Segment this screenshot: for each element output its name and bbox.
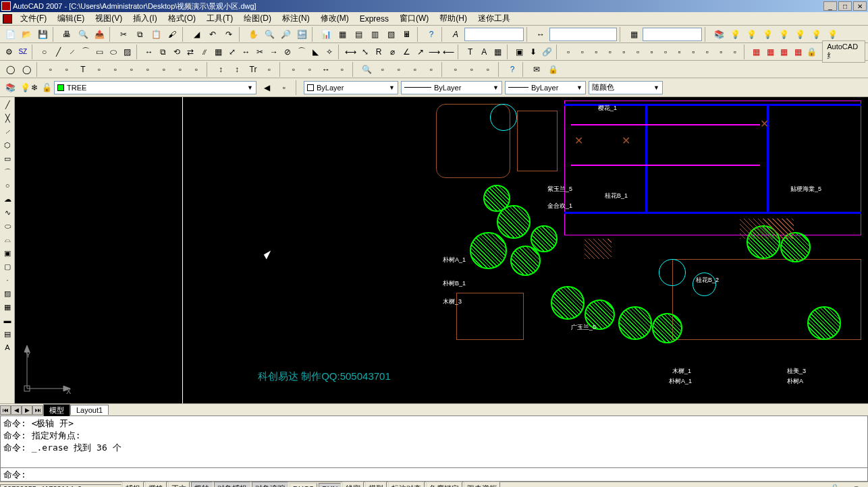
et4-icon[interactable]: ▫ [59, 62, 74, 77]
misc2-icon[interactable]: ▫ [576, 45, 589, 59]
misc7-icon[interactable]: ▫ [645, 45, 658, 59]
point-icon[interactable]: · [1, 274, 13, 286]
props-icon[interactable]: 📊 [319, 27, 333, 42]
et25-icon[interactable]: ▫ [424, 62, 439, 77]
design-center-icon[interactable]: ▦ [335, 27, 350, 42]
open-icon[interactable]: 📂 [19, 27, 34, 42]
plotstyle-dropdown[interactable]: 随颜色 ▼ [589, 81, 663, 94]
menu-window[interactable]: 窗口(W) [394, 11, 434, 26]
menu-file[interactable]: 文件(F) [15, 11, 52, 26]
polar-toggle[interactable]: 极轴 [191, 482, 213, 487]
arc-tool-icon[interactable]: ⌒ [80, 45, 92, 59]
command-input[interactable]: 命令: [0, 468, 868, 482]
et11-icon[interactable]: ▫ [173, 62, 188, 77]
et2-icon[interactable]: ◯ [19, 62, 34, 77]
ellipse-tool-icon[interactable]: ⬭ [107, 45, 120, 59]
linetype-dropdown[interactable]: ByLayer ▼ [401, 81, 502, 94]
bulb1-icon[interactable]: 💡 [728, 27, 742, 42]
makeblk-icon[interactable]: ▢ [1, 260, 13, 273]
lineweight-dropdown[interactable]: ByLayer ▼ [505, 81, 586, 94]
tray-chevron-icon[interactable]: ▾ [855, 484, 865, 488]
et12-icon[interactable]: ▫ [189, 62, 204, 77]
command-history[interactable]: 命令: <极轴 开> 命令: 指定对角点: 命令: _.erase 找到 36 … [0, 416, 868, 468]
circle-tool-icon[interactable]: ○ [38, 45, 51, 59]
close-button[interactable]: ✕ [853, 1, 867, 11]
polyline-icon[interactable]: ⟋ [1, 125, 13, 138]
et26-icon[interactable]: ▫ [448, 62, 463, 77]
scale-icon[interactable]: ⤢ [226, 45, 239, 59]
tab-model[interactable]: 模型 [43, 404, 70, 416]
ellipse-icon[interactable]: ⬭ [1, 220, 13, 232]
misc9-icon[interactable]: ▫ [673, 45, 686, 59]
et14-icon[interactable]: ↕ [229, 62, 244, 77]
et17-icon[interactable]: ▫ [286, 62, 301, 77]
ellipsearc-icon[interactable]: ⌓ [1, 233, 13, 246]
mirror-icon[interactable]: ⇄ [184, 45, 197, 59]
calc-icon[interactable]: 🖩 [400, 27, 414, 42]
bulb3-icon[interactable]: 💡 [760, 27, 775, 42]
et-help-icon[interactable]: ? [505, 62, 520, 77]
bulb4-icon[interactable]: 💡 [776, 27, 791, 42]
matchprop-icon[interactable]: 🖌 [165, 27, 180, 42]
tool-palette-icon[interactable]: ▤ [351, 27, 366, 42]
move-icon[interactable]: ↔ [142, 45, 155, 59]
et27-icon[interactable]: ▫ [464, 62, 479, 77]
rect-tool-icon[interactable]: ▭ [94, 45, 107, 59]
misc8-icon[interactable]: ▫ [659, 45, 672, 59]
drawing-canvas[interactable]: 科创易达 制作QQ:505043701 Y X [15, 97, 868, 403]
zoom-rt-icon[interactable]: 🔍 [262, 27, 277, 42]
et24-icon[interactable]: ▫ [408, 62, 423, 77]
tab-prev-icon[interactable]: ◀ [11, 405, 22, 415]
circle-icon[interactable]: ○ [1, 179, 13, 192]
undo-icon[interactable]: ↶ [205, 27, 220, 42]
menu-dimension[interactable]: 标注(N) [277, 11, 315, 26]
et7-icon[interactable]: ▫ [108, 62, 123, 77]
pan-icon[interactable]: ✋ [246, 27, 261, 42]
preview-icon[interactable]: 🔍 [76, 27, 90, 42]
break-icon[interactable]: ⊘ [281, 45, 294, 59]
spline-icon[interactable]: ∿ [1, 206, 13, 219]
otrack-toggle[interactable]: 对象追踪 [252, 482, 288, 487]
line-tool-icon[interactable]: ╱ [52, 45, 65, 59]
et15-icon[interactable]: Tr [246, 62, 261, 77]
dyn-toggle[interactable]: DYN [319, 483, 341, 488]
tab-next-icon[interactable]: ▶ [22, 405, 32, 415]
et13-icon[interactable]: ↕ [213, 62, 228, 77]
et28-icon[interactable]: ▫ [481, 62, 495, 77]
table-icon[interactable]: ▦ [491, 45, 504, 59]
eraser-icon[interactable]: ◢ [189, 27, 204, 42]
pline-tool-icon[interactable]: ⟋ [65, 45, 78, 59]
redo-icon[interactable]: ↷ [221, 27, 236, 42]
dim-radius-icon[interactable]: R [373, 45, 385, 59]
markup-icon[interactable]: ▧ [383, 27, 398, 42]
layer-props-icon[interactable]: 📚 [3, 80, 18, 95]
gradient-icon[interactable]: ▦ [1, 301, 13, 313]
fillet-icon[interactable]: ⌒ [296, 45, 308, 59]
bulb5-icon[interactable]: 💡 [792, 27, 807, 42]
grid3-icon[interactable]: ▦ [778, 45, 791, 59]
layer-mgr-icon[interactable]: 📚 [711, 27, 726, 42]
text-icon[interactable]: T [464, 45, 477, 59]
dimalign-toggle[interactable]: 标注对齐 [388, 482, 425, 487]
dimstyle-icon[interactable]: ↔ [533, 27, 548, 42]
rectangle-icon[interactable]: ▭ [1, 152, 13, 165]
sz-icon[interactable]: SZ [17, 45, 30, 59]
explode-icon[interactable]: ✧ [323, 45, 336, 59]
polygon-icon[interactable]: ⬡ [1, 139, 13, 151]
tray-icon[interactable]: ▫ [818, 484, 829, 488]
menu-format[interactable]: 格式(O) [163, 11, 201, 26]
tab-layout1[interactable]: Layout1 [70, 405, 109, 415]
line-icon[interactable]: ╱ [1, 98, 13, 111]
et18-icon[interactable]: ▫ [302, 62, 317, 77]
cut-icon[interactable]: ✂ [116, 27, 131, 42]
tab-last-icon[interactable]: ⏭ [32, 405, 43, 415]
stretch-icon[interactable]: ↔ [240, 45, 252, 59]
revcloud-icon[interactable]: ☁ [1, 193, 13, 205]
et3-icon[interactable]: ▫ [43, 62, 58, 77]
tray-lock-icon[interactable]: 🔒 [830, 484, 841, 488]
grid-toggle[interactable]: 栅格 [145, 482, 167, 487]
copy2-icon[interactable]: ⧉ [157, 45, 169, 59]
et16-icon[interactable]: ▫ [262, 62, 277, 77]
et-mail-icon[interactable]: ✉ [529, 62, 544, 77]
menu-tools[interactable]: 工具(T) [201, 11, 238, 26]
